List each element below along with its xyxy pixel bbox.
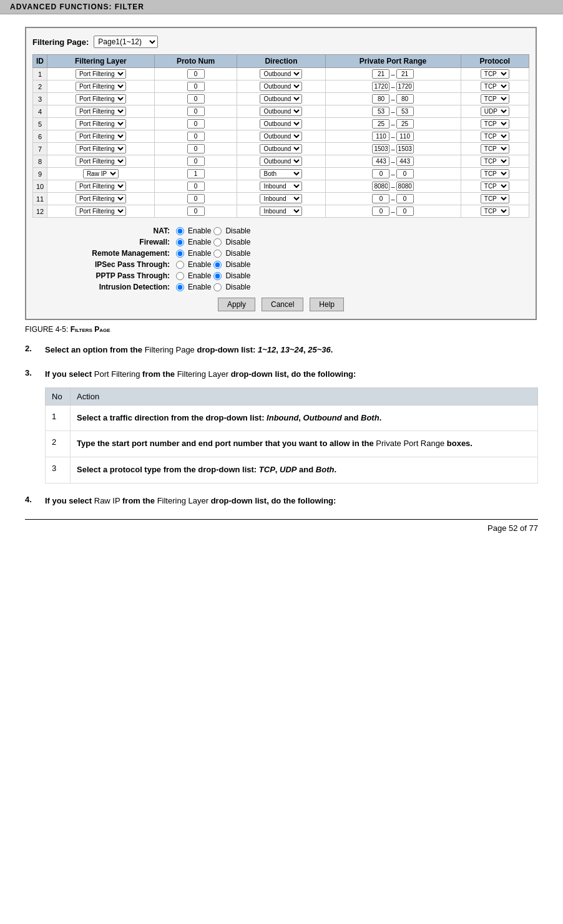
row-direction[interactable]: OutboundInboundBoth xyxy=(237,80,325,93)
intrusion-enable-radio[interactable] xyxy=(176,283,184,291)
row-layer[interactable]: Port Filtering xyxy=(47,93,155,105)
protocol-select[interactable]: TCPUDPBoth xyxy=(481,194,509,203)
row-protocol[interactable]: TCPUDPBoth xyxy=(461,180,529,193)
port-start-input[interactable] xyxy=(372,119,389,129)
protocol-select[interactable]: TCPUDPBoth xyxy=(481,119,509,129)
pptp-enable-radio[interactable] xyxy=(176,272,184,280)
row-layer[interactable]: Port Filtering xyxy=(47,105,155,118)
port-end-input[interactable] xyxy=(396,169,414,178)
proto-input[interactable] xyxy=(187,144,205,153)
port-start-input[interactable] xyxy=(372,194,389,203)
direction-select[interactable]: OutboundInboundBoth xyxy=(260,132,302,141)
help-button[interactable]: Help xyxy=(310,298,344,311)
port-start-input[interactable] xyxy=(372,69,389,79)
row-direction[interactable]: OutboundInboundBoth xyxy=(237,130,325,143)
layer-select[interactable]: Port Filtering xyxy=(76,132,126,141)
direction-select[interactable]: OutboundInboundBoth xyxy=(260,69,302,79)
row-direction[interactable]: OutboundInboundBoth xyxy=(237,205,325,218)
proto-input[interactable] xyxy=(187,132,205,141)
remote-enable-radio[interactable] xyxy=(176,250,184,258)
proto-input[interactable] xyxy=(187,169,205,178)
layer-select[interactable]: Port Filtering xyxy=(76,144,126,153)
direction-select[interactable]: OutboundInboundBoth xyxy=(260,144,302,153)
protocol-select[interactable]: TCPUDPBoth xyxy=(481,169,509,178)
protocol-select[interactable]: TCPUDPBoth xyxy=(481,132,509,141)
row-direction[interactable]: OutboundInboundBoth xyxy=(237,168,325,180)
direction-select[interactable]: OutboundInboundBoth xyxy=(260,107,302,116)
apply-button[interactable]: Apply xyxy=(218,298,255,311)
row-layer[interactable]: Port Filtering xyxy=(47,193,155,205)
proto-input[interactable] xyxy=(187,182,205,191)
row-layer[interactable]: Port Filtering xyxy=(47,130,155,143)
direction-select[interactable]: OutboundInboundBoth xyxy=(260,94,302,104)
port-start-input[interactable] xyxy=(372,157,389,166)
row-layer[interactable]: Port Filtering xyxy=(47,205,155,218)
row-protocol[interactable]: TCPUDPBoth xyxy=(461,193,529,205)
row-direction[interactable]: OutboundInboundBoth xyxy=(237,93,325,105)
port-start-input[interactable] xyxy=(372,82,389,91)
direction-select[interactable]: OutboundInboundBoth xyxy=(260,194,302,203)
layer-select[interactable]: Port Filtering xyxy=(76,207,126,216)
protocol-select[interactable]: TCPUDPBoth xyxy=(481,144,509,153)
row-protocol[interactable]: TCPUDPBoth xyxy=(461,168,529,180)
row-layer[interactable]: Port Filtering xyxy=(47,80,155,93)
intrusion-disable-radio[interactable] xyxy=(213,283,222,291)
firewall-enable-radio[interactable] xyxy=(176,238,184,246)
port-start-input[interactable] xyxy=(372,94,389,104)
protocol-select[interactable]: TCPUDPBoth xyxy=(481,107,509,116)
filtering-page-select[interactable]: Page1(1~12) Page2(13~24) Page3(25~36) xyxy=(94,36,158,48)
port-start-input[interactable] xyxy=(372,182,389,191)
row-direction[interactable]: OutboundInboundBoth xyxy=(237,143,325,155)
row-protocol[interactable]: TCPUDPBoth xyxy=(461,130,529,143)
direction-select[interactable]: OutboundInboundBoth xyxy=(260,169,302,178)
ipsec-enable-radio[interactable] xyxy=(176,261,184,269)
protocol-select[interactable]: TCPUDPBoth xyxy=(481,82,509,91)
layer-select[interactable]: Raw IP xyxy=(83,169,119,178)
row-protocol[interactable]: TCPUDPBoth xyxy=(461,118,529,130)
row-protocol[interactable]: TCPUDPBoth xyxy=(461,93,529,105)
nat-enable-radio[interactable] xyxy=(176,227,184,235)
port-end-input[interactable] xyxy=(396,157,414,166)
row-protocol[interactable]: TCPUDPBoth xyxy=(461,68,529,80)
layer-select[interactable]: Port Filtering xyxy=(76,157,126,166)
proto-input[interactable] xyxy=(187,107,205,116)
row-direction[interactable]: OutboundInboundBoth xyxy=(237,193,325,205)
row-direction[interactable]: OutboundInboundBoth xyxy=(237,180,325,193)
row-protocol[interactable]: TCPUDPBoth xyxy=(461,143,529,155)
port-start-input[interactable] xyxy=(372,169,389,178)
protocol-select[interactable]: TCPUDPBoth xyxy=(481,94,509,104)
row-layer[interactable]: Port Filtering xyxy=(47,143,155,155)
port-end-input[interactable] xyxy=(396,82,414,91)
proto-input[interactable] xyxy=(187,194,205,203)
proto-input[interactable] xyxy=(187,119,205,129)
proto-input[interactable] xyxy=(187,82,205,91)
cancel-button[interactable]: Cancel xyxy=(262,298,303,311)
layer-select[interactable]: Port Filtering xyxy=(76,194,126,203)
port-start-input[interactable] xyxy=(372,144,389,153)
firewall-disable-radio[interactable] xyxy=(213,238,222,246)
proto-input[interactable] xyxy=(187,94,205,104)
port-end-input[interactable] xyxy=(396,182,414,191)
layer-select[interactable]: Port Filtering xyxy=(76,107,126,116)
row-layer[interactable]: Port Filtering xyxy=(47,155,155,168)
port-end-input[interactable] xyxy=(396,119,414,129)
port-start-input[interactable] xyxy=(372,132,389,141)
layer-select[interactable]: Port Filtering xyxy=(76,69,126,79)
protocol-select[interactable]: TCPUDPBoth xyxy=(481,182,509,191)
proto-input[interactable] xyxy=(187,69,205,79)
row-direction[interactable]: OutboundInboundBoth xyxy=(237,155,325,168)
port-start-input[interactable] xyxy=(372,107,389,116)
port-end-input[interactable] xyxy=(396,207,414,216)
row-protocol[interactable]: TCPUDPBoth xyxy=(461,205,529,218)
port-end-input[interactable] xyxy=(396,94,414,104)
proto-input[interactable] xyxy=(187,207,205,216)
row-direction[interactable]: OutboundInboundBoth xyxy=(237,118,325,130)
direction-select[interactable]: OutboundInboundBoth xyxy=(260,182,302,191)
direction-select[interactable]: OutboundInboundBoth xyxy=(260,82,302,91)
remote-disable-radio[interactable] xyxy=(213,250,222,258)
protocol-select[interactable]: TCPUDPBoth xyxy=(481,207,509,216)
port-end-input[interactable] xyxy=(396,107,414,116)
layer-select[interactable]: Port Filtering xyxy=(76,182,126,191)
row-layer[interactable]: Port Filtering xyxy=(47,118,155,130)
row-protocol[interactable]: TCPUDPBoth xyxy=(461,155,529,168)
